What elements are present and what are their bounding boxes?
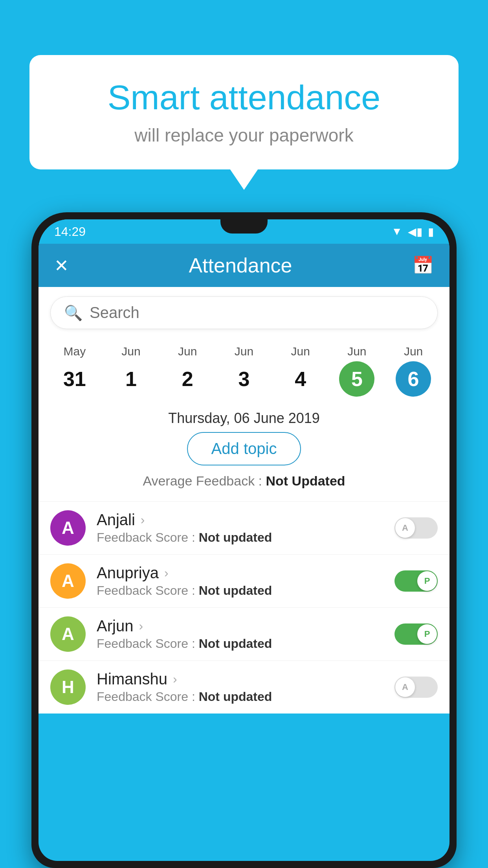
day-month: Jun: [235, 345, 253, 358]
attendance-toggle[interactable]: A: [394, 517, 438, 539]
day-month: Jun: [404, 345, 423, 358]
avatar: A: [50, 510, 86, 546]
student-info: Himanshu ›Feedback Score : Not updated: [97, 670, 394, 704]
student-name: Anjali ›: [97, 511, 394, 529]
day-num[interactable]: 6: [396, 361, 431, 397]
toggle-wrapper[interactable]: A: [394, 677, 438, 698]
student-info: Arjun ›Feedback Score : Not updated: [97, 617, 394, 651]
toggle-knob: A: [395, 677, 415, 697]
attendance-toggle[interactable]: P: [394, 623, 438, 645]
attendance-toggle[interactable]: A: [394, 677, 438, 698]
toggle-knob: P: [417, 571, 437, 591]
date-header: Thursday, 06 June 2019: [39, 403, 449, 432]
avatar: H: [50, 669, 86, 705]
student-item[interactable]: AAnjali ›Feedback Score : Not updatedA: [39, 501, 449, 554]
phone-inner: 14:29 ▼ ◀▮ ▮ ✕ Attendance 📅 🔍 May31Jun1J…: [39, 219, 449, 861]
student-feedback: Feedback Score : Not updated: [97, 530, 394, 545]
toggle-wrapper[interactable]: P: [394, 570, 438, 592]
avatar: A: [50, 563, 86, 599]
close-button[interactable]: ✕: [54, 256, 69, 276]
notch: [220, 219, 268, 234]
status-bar: 14:29 ▼ ◀▮ ▮: [39, 219, 449, 244]
day-month: Jun: [291, 345, 310, 358]
day-num[interactable]: 4: [283, 361, 318, 397]
calendar-day[interactable]: Jun5: [339, 338, 374, 403]
chevron-icon: ›: [141, 513, 145, 527]
calendar-day[interactable]: May31: [57, 338, 92, 403]
screen-content: 🔍 May31Jun1Jun2Jun3Jun4Jun5Jun6 Thursday…: [39, 287, 449, 714]
calendar-day[interactable]: Jun4: [283, 338, 318, 403]
student-name: Anupriya ›: [97, 564, 394, 582]
calendar-day[interactable]: Jun6: [396, 338, 431, 403]
student-feedback: Feedback Score : Not updated: [97, 583, 394, 598]
avatar: A: [50, 616, 86, 652]
student-feedback: Feedback Score : Not updated: [97, 636, 394, 651]
day-num[interactable]: 2: [170, 361, 205, 397]
day-num[interactable]: 3: [226, 361, 262, 397]
phone-frame: 14:29 ▼ ◀▮ ▮ ✕ Attendance 📅 🔍 May31Jun1J…: [31, 212, 457, 868]
battery-icon: ▮: [428, 225, 434, 238]
chevron-icon: ›: [164, 566, 169, 580]
bubble-subtitle: will replace your paperwork: [61, 125, 427, 146]
student-name: Arjun ›: [97, 617, 394, 635]
app-bar: ✕ Attendance 📅: [39, 244, 449, 287]
attendance-toggle[interactable]: P: [394, 570, 438, 592]
toggle-knob: P: [417, 624, 437, 644]
avg-feedback: Average Feedback : Not Updated: [39, 473, 449, 495]
status-icons: ▼ ◀▮ ▮: [391, 225, 434, 238]
signal-icon: ◀▮: [408, 225, 422, 238]
bubble-title: Smart attendance: [61, 79, 427, 117]
calendar-day[interactable]: Jun3: [226, 338, 262, 403]
student-item[interactable]: AAnupriya ›Feedback Score : Not updatedP: [39, 554, 449, 607]
day-month: May: [64, 345, 86, 358]
search-input[interactable]: [90, 304, 424, 322]
calendar-strip: May31Jun1Jun2Jun3Jun4Jun5Jun6: [39, 338, 449, 403]
student-item[interactable]: HHimanshu ›Feedback Score : Not updatedA: [39, 660, 449, 714]
student-item[interactable]: AArjun ›Feedback Score : Not updatedP: [39, 607, 449, 660]
student-info: Anupriya ›Feedback Score : Not updated: [97, 564, 394, 598]
day-num[interactable]: 31: [57, 361, 92, 397]
search-bar[interactable]: 🔍: [50, 296, 438, 329]
avg-feedback-label: Average Feedback :: [143, 473, 262, 488]
day-month: Jun: [121, 345, 140, 358]
day-month: Jun: [347, 345, 366, 358]
calendar-day[interactable]: Jun1: [114, 338, 149, 403]
chevron-icon: ›: [139, 619, 143, 633]
status-time: 14:29: [54, 224, 86, 239]
wifi-icon: ▼: [391, 225, 402, 238]
day-num[interactable]: 1: [114, 361, 149, 397]
toggle-knob: A: [395, 518, 415, 538]
calendar-button[interactable]: 📅: [412, 255, 434, 276]
student-feedback: Feedback Score : Not updated: [97, 690, 394, 704]
toggle-wrapper[interactable]: A: [394, 517, 438, 539]
add-topic-button[interactable]: Add topic: [187, 432, 301, 465]
student-list: AAnjali ›Feedback Score : Not updatedAAA…: [39, 501, 449, 714]
toggle-wrapper[interactable]: P: [394, 623, 438, 645]
student-name: Himanshu ›: [97, 670, 394, 688]
day-num[interactable]: 5: [339, 361, 374, 397]
chevron-icon: ›: [173, 672, 177, 686]
student-info: Anjali ›Feedback Score : Not updated: [97, 511, 394, 545]
speech-bubble-wrapper: Smart attendance will replace your paper…: [29, 55, 459, 169]
calendar-day[interactable]: Jun2: [170, 338, 205, 403]
avg-feedback-value: Not Updated: [266, 473, 345, 488]
app-bar-title: Attendance: [69, 254, 412, 277]
speech-bubble: Smart attendance will replace your paper…: [29, 55, 459, 169]
day-month: Jun: [178, 345, 197, 358]
search-icon: 🔍: [64, 304, 83, 322]
